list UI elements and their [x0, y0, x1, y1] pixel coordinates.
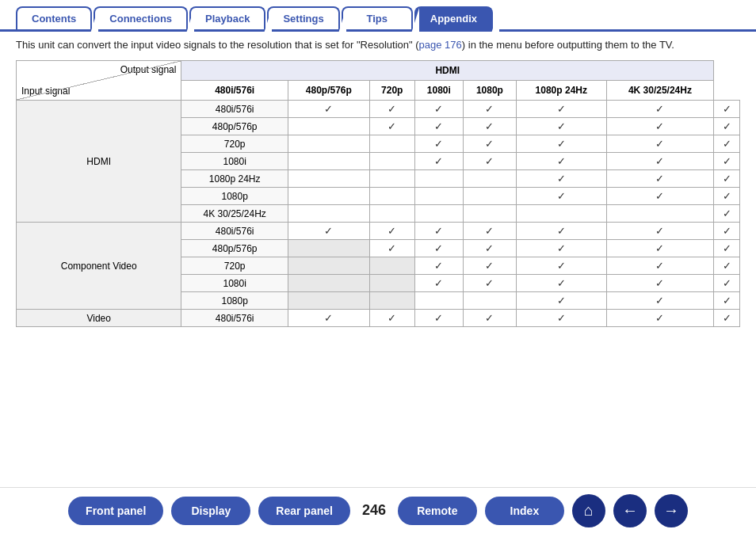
- checkmark-icon: ✓: [557, 225, 566, 237]
- check-cell: ✓: [714, 223, 740, 240]
- col-720p: 720p: [369, 81, 414, 101]
- input-signal-label: Input signal: [21, 86, 70, 97]
- check-cell: [463, 205, 516, 223]
- checkmark-icon: ✓: [485, 260, 494, 272]
- checkmark-icon: ✓: [655, 312, 664, 324]
- tab-playback[interactable]: Playback: [189, 6, 265, 29]
- checkmark-icon: ✓: [557, 173, 566, 185]
- check-cell: ✓: [463, 153, 516, 170]
- tab-tips[interactable]: Tips: [342, 6, 413, 29]
- check-cell: [369, 292, 414, 310]
- tab-appendix[interactable]: Appendix: [414, 6, 493, 29]
- checkmark-icon: ✓: [557, 155, 566, 167]
- check-cell: [288, 118, 369, 135]
- check-cell: ✓: [414, 135, 463, 153]
- check-cell: ✓: [606, 257, 714, 275]
- check-cell: ✓: [516, 240, 606, 257]
- checkmark-icon: ✓: [434, 260, 443, 272]
- check-cell: ✓: [414, 310, 463, 327]
- check-cell: ✓: [288, 101, 369, 118]
- check-cell: ✓: [714, 188, 740, 205]
- check-cell: [369, 205, 414, 223]
- table-row: Component Video480i/576i✓✓✓✓✓✓✓: [17, 223, 740, 240]
- remote-button[interactable]: Remote: [398, 497, 477, 525]
- checkmark-icon: ✓: [723, 260, 731, 272]
- checkmark-icon: ✓: [723, 225, 731, 237]
- forward-button[interactable]: →: [655, 494, 688, 527]
- checkmark-icon: ✓: [723, 312, 731, 324]
- check-cell: ✓: [606, 118, 714, 135]
- check-cell: ✓: [714, 135, 740, 153]
- tab-connections[interactable]: Connections: [94, 6, 188, 29]
- check-cell: [463, 188, 516, 205]
- checkmark-icon: ✓: [485, 155, 494, 167]
- intro-text-after: ) in the menu before outputting them to …: [462, 39, 674, 51]
- check-cell: [288, 188, 369, 205]
- check-cell: ✓: [516, 275, 606, 292]
- intro-link[interactable]: page 176: [419, 39, 462, 51]
- row-signal-label: 480i/576i: [181, 223, 288, 240]
- table-row: Video480i/576i✓✓✓✓✓✓✓: [17, 310, 740, 327]
- check-cell: ✓: [463, 135, 516, 153]
- row-signal-label: 1080i: [181, 275, 288, 292]
- check-cell: ✓: [516, 153, 606, 170]
- check-cell: ✓: [606, 101, 714, 118]
- checkmark-icon: ✓: [557, 260, 566, 272]
- check-cell: ✓: [606, 292, 714, 310]
- rear-panel-button[interactable]: Rear panel: [258, 497, 350, 525]
- checkmark-icon: ✓: [557, 120, 566, 132]
- check-cell: [288, 205, 369, 223]
- home-button[interactable]: ⌂: [572, 494, 605, 527]
- check-cell: ✓: [516, 135, 606, 153]
- checkmark-icon: ✓: [655, 242, 664, 254]
- check-cell: ✓: [606, 170, 714, 188]
- conversion-table: Output signal Input signal HDMI 480i/576…: [16, 60, 740, 327]
- check-cell: ✓: [369, 310, 414, 327]
- input-group-label: Component Video: [17, 223, 181, 310]
- row-signal-label: 1080i: [181, 153, 288, 170]
- index-button[interactable]: Index: [485, 497, 564, 525]
- output-signal-label: Output signal: [120, 64, 177, 75]
- check-cell: ✓: [516, 257, 606, 275]
- checkmark-icon: ✓: [655, 190, 664, 202]
- checkmark-icon: ✓: [655, 295, 664, 306]
- checkmark-icon: ✓: [557, 103, 566, 115]
- display-button[interactable]: Display: [171, 497, 250, 525]
- check-cell: [606, 205, 714, 223]
- checkmark-icon: ✓: [434, 103, 443, 115]
- check-cell: ✓: [606, 310, 714, 327]
- check-cell: ✓: [516, 118, 606, 135]
- check-cell: ✓: [714, 310, 740, 327]
- intro-paragraph: This unit can convert the input video si…: [16, 38, 740, 52]
- check-cell: [369, 170, 414, 188]
- row-signal-label: 1080p: [181, 188, 288, 205]
- checkmark-icon: ✓: [388, 242, 396, 254]
- tab-contents[interactable]: Contents: [16, 6, 92, 29]
- checkmark-icon: ✓: [485, 242, 494, 254]
- checkmark-icon: ✓: [655, 138, 664, 150]
- row-signal-label: 480p/576p: [181, 118, 288, 135]
- checkmark-icon: ✓: [723, 155, 731, 167]
- checkmark-icon: ✓: [324, 103, 333, 115]
- check-cell: ✓: [714, 170, 740, 188]
- checkmark-icon: ✓: [557, 138, 566, 150]
- col-1080p24: 1080p 24Hz: [516, 81, 606, 101]
- checkmark-icon: ✓: [485, 225, 494, 237]
- check-cell: ✓: [463, 223, 516, 240]
- checkmark-icon: ✓: [485, 120, 494, 132]
- back-button[interactable]: ←: [613, 494, 647, 527]
- check-cell: [369, 257, 414, 275]
- checkmark-icon: ✓: [655, 120, 664, 132]
- checkmark-icon: ✓: [723, 103, 731, 115]
- check-cell: [463, 170, 516, 188]
- intro-text-before: This unit can convert the input video si…: [16, 39, 419, 51]
- check-cell: ✓: [606, 153, 714, 170]
- check-cell: ✓: [516, 223, 606, 240]
- checkmark-icon: ✓: [557, 277, 566, 289]
- check-cell: [414, 170, 463, 188]
- tab-settings[interactable]: Settings: [267, 6, 339, 29]
- front-panel-button[interactable]: Front panel: [68, 497, 163, 525]
- check-cell: ✓: [714, 205, 740, 223]
- check-cell: ✓: [714, 118, 740, 135]
- check-cell: [288, 240, 369, 257]
